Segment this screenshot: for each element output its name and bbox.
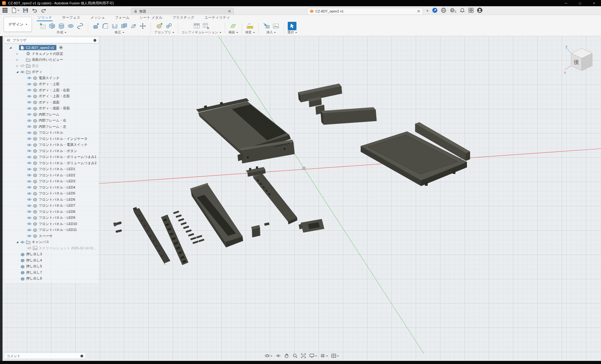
minimize-button[interactable]: ─ xyxy=(559,0,573,6)
group-menu-2[interactable]: アセンブリ xyxy=(154,30,174,35)
ribbon-tab-2[interactable]: メッシュ xyxy=(90,15,106,21)
browser-item-31[interactable]: スペーサ xyxy=(4,233,99,239)
tool-insert-derive[interactable] xyxy=(262,22,271,30)
nav-zoom-button[interactable] xyxy=(292,353,298,358)
nav-grid-snap-button[interactable] xyxy=(320,353,328,358)
browser-item-8[interactable]: ボディ・上面・左面 xyxy=(4,93,99,99)
browser-item-19[interactable]: フロントパネル・ボリュームつまみ2 xyxy=(4,160,99,166)
browser-item-26[interactable]: フロントパネル・LED7 xyxy=(4,203,99,209)
visibility-eye-icon[interactable] xyxy=(20,64,25,67)
support-board-part[interactable] xyxy=(246,166,297,224)
tool-press-pull[interactable] xyxy=(92,22,100,30)
tool-config-insert[interactable] xyxy=(202,22,210,30)
visibility-eye-icon[interactable] xyxy=(27,180,31,183)
tool-insert-canvas[interactable] xyxy=(272,22,280,30)
browser-item-14[interactable]: フロントパネル xyxy=(4,130,99,136)
browser-item-30[interactable]: フロントパネル・LED11 xyxy=(4,227,99,233)
browser-item-23[interactable]: フロントパネル・LED4 xyxy=(4,184,99,191)
notifications-button[interactable] xyxy=(459,7,465,13)
browser-item-22[interactable]: フロントパネル・LED3 xyxy=(4,178,99,184)
visibility-eye-icon[interactable] xyxy=(27,210,31,213)
browser-item-2[interactable]: ▷名前の付いたビュー xyxy=(4,57,99,63)
group-menu-7[interactable]: 選択 xyxy=(287,30,297,35)
browser-item-16[interactable]: フロントパネル・電源スイッチ xyxy=(4,142,99,148)
tool-cylinder[interactable] xyxy=(57,22,66,30)
expanded-arrow-icon[interactable]: ◢ xyxy=(9,46,12,49)
close-button[interactable]: × xyxy=(587,0,601,6)
nav-look-at-button[interactable] xyxy=(276,353,281,358)
app-grid-button[interactable] xyxy=(2,7,8,13)
browser-item-6[interactable]: ボディ・上面 xyxy=(4,81,99,87)
browser-item-11[interactable]: 内部フレーム xyxy=(4,112,99,118)
browser-item-36[interactable]: 押し出し5 xyxy=(4,263,99,270)
visibility-eye-icon[interactable] xyxy=(27,222,31,225)
ribbon-tab-6[interactable]: ユーティリティ xyxy=(204,15,231,21)
group-menu-1[interactable]: 修正 xyxy=(115,30,124,35)
tool-fillet[interactable] xyxy=(101,22,110,30)
ribbon-tab-0[interactable]: ソリッド xyxy=(37,15,53,21)
browser-item-24[interactable]: フロントパネル・LED5 xyxy=(4,190,99,197)
tool-select-cursor[interactable] xyxy=(288,22,296,30)
browser-item-27[interactable]: フロントパネル・LED8 xyxy=(4,209,99,215)
browser-item-17[interactable]: フロントパネル・ボタン xyxy=(4,148,99,154)
visibility-eye-icon[interactable] xyxy=(27,83,31,86)
browser-item-7[interactable]: ボディ・上面・右面 xyxy=(4,87,99,93)
bottom-tray-part[interactable] xyxy=(361,122,470,186)
browser-item-20[interactable]: フロントパネル・LED1 xyxy=(4,166,99,172)
tool-combine[interactable] xyxy=(120,22,128,30)
redo-button[interactable] xyxy=(41,7,46,13)
document-tab-untitled[interactable]: 無題 xyxy=(131,8,234,14)
collapsed-arrow-icon[interactable]: ▷ xyxy=(16,65,19,67)
tool-config-table[interactable] xyxy=(192,22,201,30)
visibility-eye-icon[interactable] xyxy=(20,70,25,74)
visibility-eye-icon[interactable] xyxy=(27,228,31,232)
browser-item-13[interactable]: 内部フレーム・左 xyxy=(4,124,99,130)
job-status-button[interactable]: 1 xyxy=(450,7,456,13)
ribbon-tab-4[interactable]: シート メタル xyxy=(139,15,163,21)
apps-button[interactable] xyxy=(468,7,474,13)
visibility-eye-icon[interactable] xyxy=(27,216,31,219)
browser-item-35[interactable]: 押し出し4 xyxy=(4,257,99,264)
collapsed-arrow-icon[interactable]: ▷ xyxy=(16,52,19,55)
nav-display-settings-button[interactable] xyxy=(309,353,317,358)
group-menu-5[interactable]: 検査 xyxy=(245,30,255,35)
visibility-eye-icon[interactable] xyxy=(27,125,31,128)
visibility-eye-icon[interactable] xyxy=(27,107,31,110)
browser-item-18[interactable]: フロントパネル・ボリュームつまみ1 xyxy=(4,154,99,160)
browser-item-9[interactable]: ボディ・底面 xyxy=(4,99,99,106)
view-cube[interactable]: Z x 後 xyxy=(564,45,599,77)
visibility-eye-icon[interactable] xyxy=(27,131,31,134)
nav-pan-button[interactable] xyxy=(284,353,289,358)
close-icon[interactable] xyxy=(228,10,231,13)
browser-item-5[interactable]: 電源スイッチ xyxy=(4,75,99,81)
screw-parts[interactable] xyxy=(113,221,122,233)
small-tray-part[interactable] xyxy=(299,219,324,232)
ribbon-tab-1[interactable]: サーフェス xyxy=(61,15,81,21)
browser-item-0[interactable]: ◢CZ-8DT_open2 v1 xyxy=(4,45,99,51)
tool-torus[interactable] xyxy=(66,22,75,30)
document-tab-active[interactable]: CZ-8DT_open2 v1 xyxy=(307,8,423,14)
browser-item-3[interactable]: ▷原点 xyxy=(4,63,99,69)
help-globe-button[interactable] xyxy=(441,7,446,13)
visibility-eye-icon[interactable] xyxy=(27,156,31,159)
browser-item-21[interactable]: フロントパネル・LED2 xyxy=(4,172,99,179)
visibility-eye-icon[interactable] xyxy=(27,174,31,177)
visibility-eye-icon[interactable] xyxy=(27,192,31,195)
small-block-part[interactable] xyxy=(251,222,270,237)
workspace-switcher[interactable]: デザイン xyxy=(4,17,32,32)
browser-item-4[interactable]: ◢ボディ xyxy=(4,69,99,75)
visibility-eye-icon[interactable] xyxy=(27,234,31,237)
visibility-eye-icon[interactable] xyxy=(20,241,25,244)
tool-construct-plane[interactable] xyxy=(229,22,238,30)
browser-item-37[interactable]: 押し出し7 xyxy=(4,270,99,276)
browser-item-34[interactable]: 押し出し3 xyxy=(4,251,99,257)
group-menu-4[interactable]: 構築 xyxy=(228,30,238,35)
tool-move[interactable] xyxy=(138,22,147,30)
maximize-button[interactable]: □ xyxy=(573,0,587,6)
visibility-eye-icon[interactable] xyxy=(27,149,31,152)
comments-bar[interactable]: コメント xyxy=(4,353,85,359)
new-tab-button[interactable]: + xyxy=(425,8,430,13)
expanded-arrow-icon[interactable]: ◢ xyxy=(16,70,19,73)
browser-item-15[interactable]: フロントパネル・インジケータ xyxy=(4,136,99,142)
visibility-eye-icon[interactable] xyxy=(27,161,31,165)
